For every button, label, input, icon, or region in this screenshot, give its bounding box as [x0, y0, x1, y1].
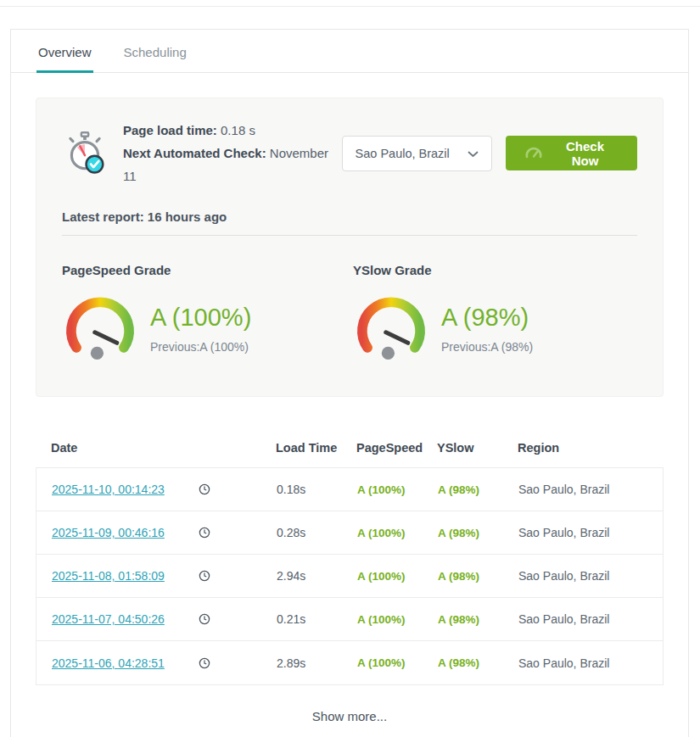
yslow-cell: A (98%)	[438, 527, 518, 539]
header-load-time: Load Time	[276, 441, 356, 455]
yslow-gauge-icon	[353, 289, 429, 367]
table-header-row: Date Load Time PageSpeed YSlow Region	[36, 431, 664, 467]
pagespeed-cell: A (100%)	[357, 527, 438, 539]
yslow-cell: A (98%)	[438, 483, 518, 496]
table-row: 2025-11-10, 00:14:23 0.18s A (100%) A (9…	[36, 468, 663, 511]
report-date-link[interactable]: 2025-11-09, 00:46:16	[52, 526, 165, 539]
check-now-button[interactable]: Check Now	[506, 136, 637, 170]
region-cell: Sao Paulo, Brazil	[518, 612, 663, 626]
table-row: 2025-11-06, 04:28:51 2.89s A (100%) A (9…	[36, 641, 663, 684]
table-row: 2025-11-09, 00:46:16 0.28s A (100%) A (9…	[36, 511, 663, 555]
yslow-cell: A (98%)	[438, 656, 518, 669]
report-date-link[interactable]: 2025-11-10, 00:14:23	[52, 483, 165, 496]
pagespeed-cell: A (100%)	[357, 483, 438, 496]
pagespeed-grade-previous: Previous:A (100%)	[150, 340, 251, 354]
pagespeed-grade-value: A (100%)	[150, 304, 251, 332]
check-now-label: Check Now	[552, 139, 619, 168]
overview-content: Page load time: 0.18 s Next Automated Ch…	[11, 98, 688, 723]
region-select[interactable]: Sao Paulo, Brazil	[342, 136, 492, 171]
region-cell: Sao Paulo, Brazil	[518, 569, 663, 583]
yslow-cell: A (98%)	[438, 570, 518, 583]
yslow-grade-title: YSlow Grade	[353, 263, 533, 277]
load-time-cell: 0.21s	[277, 612, 357, 626]
pagespeed-grade-section: PageSpeed Grade	[62, 263, 353, 367]
clock-icon	[199, 657, 277, 669]
clock-icon	[199, 570, 277, 582]
header-date: Date	[51, 441, 198, 455]
report-date-link[interactable]: 2025-11-08, 01:58:09	[52, 569, 165, 583]
header-region: Region	[518, 441, 664, 455]
report-date-link[interactable]: 2025-11-07, 04:50:26	[52, 612, 165, 626]
summary-panel: Page load time: 0.18 s Next Automated Ch…	[36, 98, 664, 397]
speedometer-icon	[524, 146, 543, 161]
region-cell: Sao Paulo, Brazil	[518, 656, 663, 670]
summary-divider	[62, 235, 637, 236]
load-time-cell: 0.28s	[277, 526, 357, 539]
next-check-label: Next Automated Check:	[123, 146, 266, 160]
show-more-link[interactable]: Show more...	[36, 709, 664, 723]
tab-scheduling[interactable]: Scheduling	[122, 30, 188, 73]
yslow-grade-previous: Previous:A (98%)	[441, 340, 533, 354]
top-divider	[0, 0, 700, 7]
tab-overview[interactable]: Overview	[36, 30, 93, 73]
table-body: 2025-11-10, 00:14:23 0.18s A (100%) A (9…	[36, 467, 664, 685]
page-load-time-line: Page load time: 0.18 s	[123, 119, 342, 142]
stopwatch-check-icon	[62, 129, 108, 178]
report-date-link[interactable]: 2025-11-06, 04:28:51	[52, 656, 165, 670]
page-load-time-value: 0.18 s	[221, 123, 255, 137]
tab-bar: Overview Scheduling	[11, 30, 688, 73]
clock-icon	[199, 483, 277, 495]
reports-table: Date Load Time PageSpeed YSlow Region 20…	[36, 431, 664, 723]
latest-report-text: Latest report: 16 hours ago	[62, 209, 637, 224]
header-pagespeed: PageSpeed	[356, 441, 437, 455]
load-time-cell: 2.89s	[277, 656, 357, 670]
region-select-value: Sao Paulo, Brazil	[356, 147, 450, 160]
yslow-grade-value: A (98%)	[441, 304, 533, 332]
clock-icon	[199, 613, 277, 625]
clock-icon	[199, 527, 277, 539]
pagespeed-cell: A (100%)	[357, 613, 438, 626]
pagespeed-cell: A (100%)	[357, 656, 438, 669]
main-panel: Overview Scheduling	[10, 29, 689, 737]
region-cell: Sao Paulo, Brazil	[518, 526, 663, 539]
load-time-cell: 0.18s	[277, 483, 357, 496]
region-cell: Sao Paulo, Brazil	[518, 483, 663, 496]
yslow-cell: A (98%)	[438, 613, 518, 626]
pagespeed-grade-title: PageSpeed Grade	[62, 263, 353, 277]
chevron-down-icon	[468, 147, 479, 160]
next-check-line: Next Automated Check: November 11	[123, 142, 342, 187]
header-yslow: YSlow	[437, 441, 518, 455]
pagespeed-gauge-icon	[62, 289, 138, 367]
pagespeed-cell: A (100%)	[357, 570, 438, 583]
table-row: 2025-11-07, 04:50:26 0.21s A (100%) A (9…	[36, 598, 663, 641]
load-time-cell: 2.94s	[277, 569, 357, 583]
page-load-time-label: Page load time:	[123, 123, 217, 137]
table-row: 2025-11-08, 01:58:09 2.94s A (100%) A (9…	[36, 555, 663, 598]
yslow-grade-section: YSlow Grade	[353, 263, 533, 367]
